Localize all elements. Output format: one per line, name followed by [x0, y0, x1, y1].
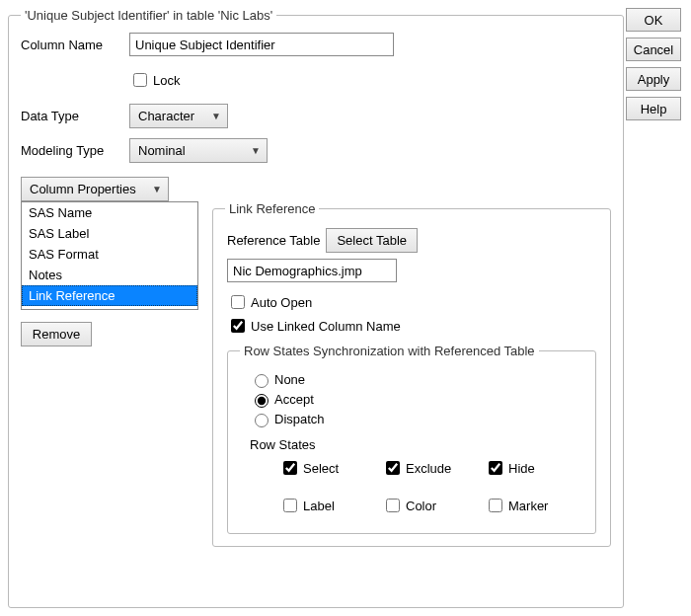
modeling-type-label: Modeling Type	[21, 143, 129, 158]
help-button[interactable]: Help	[626, 97, 681, 120]
cancel-button[interactable]: Cancel	[626, 38, 681, 61]
state-exclude-row[interactable]: Exclude	[382, 458, 481, 478]
chevron-down-icon: ▼	[251, 145, 261, 156]
apply-button[interactable]: Apply	[626, 67, 681, 91]
list-item[interactable]: SAS Label	[22, 223, 197, 244]
chevron-down-icon: ▼	[211, 111, 221, 121]
list-item[interactable]: SAS Name	[22, 202, 197, 223]
lock-checkbox-row[interactable]: Lock	[129, 70, 180, 90]
state-marker-row[interactable]: Marker	[485, 496, 583, 515]
remove-button[interactable]: Remove	[21, 322, 92, 346]
state-marker-checkbox[interactable]	[489, 499, 502, 512]
select-table-button[interactable]: Select Table	[326, 228, 418, 253]
column-info-fieldset: 'Unique Subject Identifier' in table 'Ni…	[8, 8, 624, 608]
chevron-down-icon: ▼	[152, 184, 162, 194]
state-label-row[interactable]: Label	[279, 496, 378, 515]
sync-dispatch-row[interactable]: Dispatch	[250, 411, 583, 427]
sync-accept-row[interactable]: Accept	[250, 391, 583, 408]
state-hide-checkbox[interactable]	[489, 461, 502, 475]
state-exclude-checkbox[interactable]	[386, 461, 400, 475]
state-select-checkbox[interactable]	[283, 461, 297, 475]
property-listbox[interactable]: SAS Name SAS Label SAS Format Notes Link…	[21, 201, 198, 310]
use-linked-column-name-label: Use Linked Column Name	[251, 319, 401, 334]
state-hide-row[interactable]: Hide	[485, 458, 583, 478]
sync-none-row[interactable]: None	[250, 371, 583, 388]
ok-button[interactable]: OK	[626, 8, 681, 32]
sync-none-radio[interactable]	[255, 374, 269, 388]
column-properties-dropdown[interactable]: Column Properties ▼	[21, 177, 169, 201]
link-reference-fieldset: Link Reference Reference Table Select Ta…	[212, 201, 611, 547]
data-type-label: Data Type	[21, 109, 129, 123]
auto-open-row[interactable]: Auto Open	[227, 292, 596, 312]
row-states-sync-fieldset: Row States Synchronization with Referenc…	[227, 344, 596, 534]
link-reference-legend: Link Reference	[225, 201, 319, 216]
column-name-label: Column Name	[21, 38, 129, 52]
fieldset-legend: 'Unique Subject Identifier' in table 'Ni…	[21, 8, 276, 23]
modeling-type-select[interactable]: Nominal ▼	[129, 138, 268, 163]
column-name-input[interactable]	[129, 33, 394, 56]
reference-table-input[interactable]	[227, 259, 397, 282]
auto-open-checkbox[interactable]	[231, 295, 245, 309]
list-item[interactable]: SAS Format	[22, 244, 197, 265]
state-label-checkbox[interactable]	[283, 499, 297, 512]
row-states-label: Row States	[250, 437, 583, 452]
data-type-select[interactable]: Character ▼	[129, 104, 228, 128]
list-item[interactable]: Link Reference	[22, 285, 197, 306]
sync-accept-radio[interactable]	[255, 394, 269, 408]
list-item[interactable]: Notes	[22, 265, 197, 285]
sync-dispatch-radio[interactable]	[255, 414, 269, 427]
state-color-row[interactable]: Color	[382, 496, 481, 515]
auto-open-label: Auto Open	[251, 295, 312, 310]
state-select-row[interactable]: Select	[279, 458, 378, 478]
lock-checkbox[interactable]	[133, 73, 147, 87]
state-color-checkbox[interactable]	[386, 499, 400, 512]
use-linked-column-name-checkbox[interactable]	[231, 319, 245, 333]
row-states-sync-legend: Row States Synchronization with Referenc…	[240, 344, 539, 358]
reference-table-label: Reference Table	[227, 233, 320, 248]
use-linked-column-name-row[interactable]: Use Linked Column Name	[227, 316, 596, 336]
lock-label: Lock	[153, 73, 180, 88]
